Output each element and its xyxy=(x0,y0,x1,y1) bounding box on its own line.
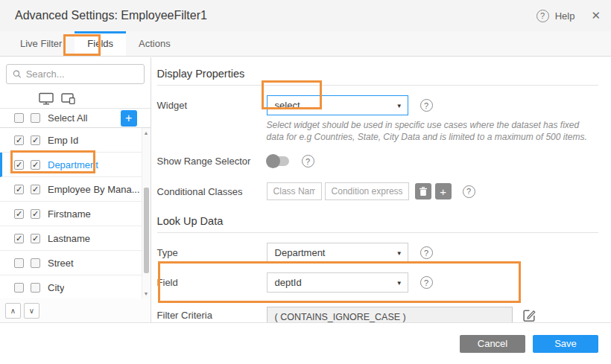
mobile-device-icon xyxy=(61,92,76,104)
mobile-checkbox[interactable]: ✓ xyxy=(31,209,40,219)
add-field-button[interactable]: + xyxy=(121,110,137,127)
select-all-web-checkbox[interactable] xyxy=(14,113,24,123)
field-row-firstname[interactable]: ✓ ✓ Firstname xyxy=(0,202,151,226)
active-tab-indicator xyxy=(75,31,126,33)
conditional-classes-help-icon[interactable]: ? xyxy=(463,185,475,198)
select-all-mobile-checkbox[interactable] xyxy=(31,113,40,123)
filter-criteria-label: Filter Criteria xyxy=(157,307,267,321)
mobile-checkbox[interactable]: ✓ xyxy=(31,135,40,145)
close-icon[interactable]: ✕ xyxy=(591,9,601,22)
field-row-city[interactable]: City xyxy=(0,275,151,298)
class-name-input[interactable] xyxy=(267,182,322,200)
type-label: Type xyxy=(157,247,267,258)
sidebar-scrollbar[interactable]: ▲ ▼ xyxy=(142,128,151,298)
web-device-icon xyxy=(39,92,54,105)
dialog-title: Advanced Settings: EmployeeFilter1 xyxy=(15,9,536,22)
add-condition-button[interactable]: + xyxy=(435,183,452,199)
field-order-controls: ∧ ∨ xyxy=(0,298,151,322)
select-all-label: Select All xyxy=(48,112,87,124)
mobile-checkbox[interactable] xyxy=(31,283,40,293)
web-checkbox[interactable]: ✓ xyxy=(14,160,24,170)
dialog-footer: Cancel Save xyxy=(0,322,611,364)
mobile-checkbox[interactable]: ✓ xyxy=(31,234,40,243)
field-row-lastname[interactable]: ✓ ✓ Lastname xyxy=(0,226,151,251)
mobile-checkbox[interactable] xyxy=(31,258,40,268)
settings-panel: Display Properties Widget select ▼ ? Sel… xyxy=(151,57,611,322)
tab-live-filter[interactable]: Live Filter xyxy=(7,31,75,56)
web-checkbox[interactable]: ✓ xyxy=(14,209,24,219)
condition-expression-input[interactable] xyxy=(325,182,409,200)
help-link[interactable]: Help xyxy=(555,10,575,22)
web-checkbox[interactable]: ✓ xyxy=(14,185,24,194)
widget-select[interactable]: select ▼ xyxy=(267,95,408,115)
trash-icon xyxy=(419,187,428,197)
web-checkbox[interactable] xyxy=(14,283,24,293)
widget-help-icon[interactable]: ? xyxy=(420,99,433,112)
edit-pencil-icon xyxy=(522,308,536,322)
field-row-street[interactable]: Street xyxy=(0,251,151,275)
field-row-department[interactable]: ✓ ✓ Department xyxy=(0,153,151,177)
show-range-selector-label: Show Range Selector xyxy=(157,156,267,167)
field-label: Field xyxy=(157,277,267,288)
dialog-header: Advanced Settings: EmployeeFilter1 ? Hel… xyxy=(0,0,611,31)
web-checkbox[interactable]: ✓ xyxy=(14,234,24,243)
field-row-emp-id[interactable]: ✓ ✓ Emp Id xyxy=(0,128,151,153)
display-properties-heading: Display Properties xyxy=(157,68,598,86)
web-checkbox[interactable] xyxy=(14,258,24,268)
type-help-icon[interactable]: ? xyxy=(420,246,433,259)
scroll-down-icon[interactable]: ▼ xyxy=(142,291,151,296)
widget-help-note: Select widget should be used in specific… xyxy=(267,119,598,143)
tab-bar: Live Filter Fields Actions xyxy=(0,31,611,57)
conditional-classes-label: Conditional Classes xyxy=(157,186,267,197)
search-icon xyxy=(13,69,22,79)
chevron-down-icon: ▼ xyxy=(396,249,402,256)
chevron-down-icon: ▼ xyxy=(396,102,402,109)
select-all-row: Select All + xyxy=(0,108,151,128)
cancel-button[interactable]: Cancel xyxy=(460,335,525,353)
fields-sidebar: Select All + ✓ ✓ Emp Id ✓ ✓ Department ✓… xyxy=(0,57,151,322)
toggle-knob xyxy=(266,154,280,168)
show-range-help-icon[interactable]: ? xyxy=(302,155,314,167)
field-select[interactable]: deptId ▼ xyxy=(267,272,408,293)
type-select[interactable]: Department ▼ xyxy=(267,243,408,263)
web-checkbox[interactable]: ✓ xyxy=(14,135,24,145)
show-range-selector-toggle[interactable] xyxy=(267,156,289,166)
edit-filter-criteria-button[interactable] xyxy=(522,308,536,322)
move-up-button[interactable]: ∧ xyxy=(5,303,21,319)
tab-fields[interactable]: Fields xyxy=(75,31,126,56)
device-columns-header xyxy=(0,89,151,108)
mobile-checkbox[interactable]: ✓ xyxy=(31,160,40,170)
field-row-employee-by-manager[interactable]: ✓ ✓ Employee By Mana... xyxy=(0,177,151,202)
scroll-up-icon[interactable]: ▲ xyxy=(142,130,151,135)
advanced-settings-dialog: Advanced Settings: EmployeeFilter1 ? Hel… xyxy=(0,0,611,364)
tab-actions[interactable]: Actions xyxy=(126,31,183,56)
save-button[interactable]: Save xyxy=(533,335,598,353)
search-box[interactable] xyxy=(6,64,145,84)
field-list: ✓ ✓ Emp Id ✓ ✓ Department ✓ ✓ Employee B… xyxy=(0,128,151,298)
delete-condition-button[interactable] xyxy=(415,183,431,199)
scrollbar-thumb[interactable] xyxy=(144,188,149,273)
help-icon[interactable]: ? xyxy=(536,10,549,22)
move-down-button[interactable]: ∨ xyxy=(24,303,39,319)
search-input[interactable] xyxy=(26,68,138,80)
chevron-down-icon: ▼ xyxy=(396,279,402,286)
mobile-checkbox[interactable]: ✓ xyxy=(31,185,40,194)
widget-label: Widget xyxy=(157,100,267,111)
field-help-icon[interactable]: ? xyxy=(420,276,433,289)
look-up-data-heading: Look Up Data xyxy=(157,215,598,233)
